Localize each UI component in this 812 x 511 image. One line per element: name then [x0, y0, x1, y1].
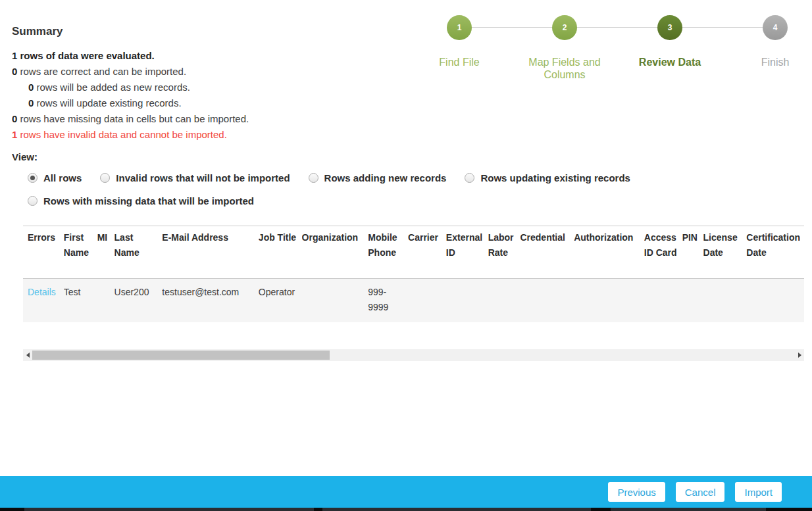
column-header-organization: Organization — [302, 226, 368, 278]
summary-title: Summary — [12, 25, 249, 38]
table-row: Details Test User200 testuser@test.com O… — [23, 279, 804, 322]
radio-button-icon[interactable] — [100, 173, 110, 183]
column-header-external-id: External ID — [446, 226, 488, 278]
view-label: View: — [12, 151, 38, 162]
step-3-circle: 3 — [657, 15, 682, 40]
view-options-row-2: Rows with missing data that will be impo… — [28, 195, 254, 208]
row-errors-cell: Details — [28, 279, 64, 322]
step-find-file: 1 Find File — [410, 15, 509, 68]
step-finish: 4 Finish — [726, 15, 812, 68]
step-map-fields: 2 Map Fields and Columns — [515, 15, 614, 81]
row-mi-cell — [97, 279, 114, 322]
summary-line-evaluated: 1 rows of data were evaluated. — [12, 48, 249, 64]
radio-rows-missing[interactable]: Rows with missing data that will be impo… — [28, 195, 254, 207]
row-authorization-cell — [574, 279, 644, 322]
summary-line-missing: 0 rows have missing data in cells but ca… — [12, 111, 249, 127]
step-3-label: Review Data — [639, 56, 701, 68]
summary-line-invalid: 1 rows have invalid data and cannot be i… — [12, 127, 249, 143]
column-header-access-id-card: Access ID Card — [644, 226, 682, 278]
column-header-certification-date: Certification Date — [746, 226, 804, 278]
radio-button-icon[interactable] — [28, 173, 38, 183]
column-header-authorization: Authorization — [574, 226, 644, 278]
previous-button[interactable]: Previous — [608, 482, 665, 502]
step-4-label: Finish — [761, 56, 790, 68]
review-data-table: Errors First Name MI Last Name E-Mail Ad… — [23, 226, 804, 322]
row-email-cell: testuser@test.com — [162, 279, 259, 322]
scrollbar-thumb[interactable] — [32, 351, 330, 360]
scroll-left-arrow-icon[interactable] — [23, 349, 32, 361]
row-pin-cell — [682, 279, 703, 322]
summary-section: Summary 1 rows of data were evaluated. 0… — [12, 25, 249, 143]
column-header-job-title: Job Title — [259, 226, 302, 278]
table-header-row: Errors First Name MI Last Name E-Mail Ad… — [23, 226, 804, 279]
row-mobile-phone-cell: 999-9999 — [368, 279, 408, 322]
summary-line-correct: 0 rows are correct and can be imported. — [12, 64, 249, 80]
step-1-circle: 1 — [447, 15, 472, 40]
cancel-button[interactable]: Cancel — [676, 482, 725, 502]
column-header-labor-rate: Labor Rate — [488, 226, 520, 278]
column-header-license-date: License Date — [703, 226, 747, 278]
step-2-label: Map Fields and Columns — [515, 56, 614, 81]
scroll-right-arrow-icon[interactable] — [795, 349, 804, 361]
row-access-id-card-cell — [644, 279, 682, 322]
step-2-circle: 2 — [552, 15, 577, 40]
row-organization-cell — [302, 279, 368, 322]
horizontal-scrollbar[interactable] — [23, 349, 804, 361]
radio-all-rows[interactable]: All rows — [28, 172, 82, 183]
row-last-name-cell: User200 — [114, 279, 163, 322]
column-header-pin: PIN — [682, 226, 703, 278]
row-labor-rate-cell — [488, 279, 520, 322]
import-button[interactable]: Import — [735, 482, 782, 502]
column-header-mobile-phone: Mobile Phone — [368, 226, 408, 278]
taskbar-edge — [0, 508, 812, 511]
radio-rows-adding[interactable]: Rows adding new records — [309, 172, 447, 183]
radio-button-icon[interactable] — [465, 173, 474, 183]
column-header-first-name: First Name — [64, 226, 97, 278]
column-header-email: E-Mail Address — [162, 226, 259, 278]
radio-button-icon[interactable] — [309, 173, 318, 183]
row-certification-date-cell — [746, 279, 804, 322]
row-credential-cell — [520, 279, 574, 322]
column-header-last-name: Last Name — [114, 226, 163, 278]
view-options-row-1: All rows Invalid rows that will not be i… — [28, 172, 630, 183]
step-1-label: Find File — [439, 56, 479, 68]
step-review-data: 3 Review Data — [621, 15, 719, 68]
row-first-name-cell: Test — [64, 279, 97, 322]
summary-line-updated: 0 rows will update existing records. — [28, 95, 249, 111]
row-external-id-cell — [446, 279, 488, 322]
radio-rows-updating[interactable]: Rows updating existing records — [465, 172, 630, 183]
row-license-date-cell — [703, 279, 747, 322]
radio-button-icon[interactable] — [28, 196, 38, 206]
row-job-title-cell: Operator — [259, 279, 302, 322]
footer-action-bar: Previous Cancel Import — [0, 476, 812, 508]
column-header-errors: Errors — [28, 226, 64, 278]
column-header-credential: Credential — [520, 226, 574, 278]
column-header-carrier: Carrier — [408, 226, 446, 278]
step-4-circle: 4 — [763, 15, 788, 40]
summary-line-added: 0 rows will be added as new records. — [28, 80, 249, 95]
radio-invalid-rows[interactable]: Invalid rows that will not be imported — [100, 172, 290, 183]
details-link[interactable]: Details — [28, 287, 56, 297]
row-carrier-cell — [408, 279, 446, 322]
import-wizard-page: Summary 1 rows of data were evaluated. 0… — [0, 0, 812, 511]
column-header-mi: MI — [97, 226, 114, 278]
